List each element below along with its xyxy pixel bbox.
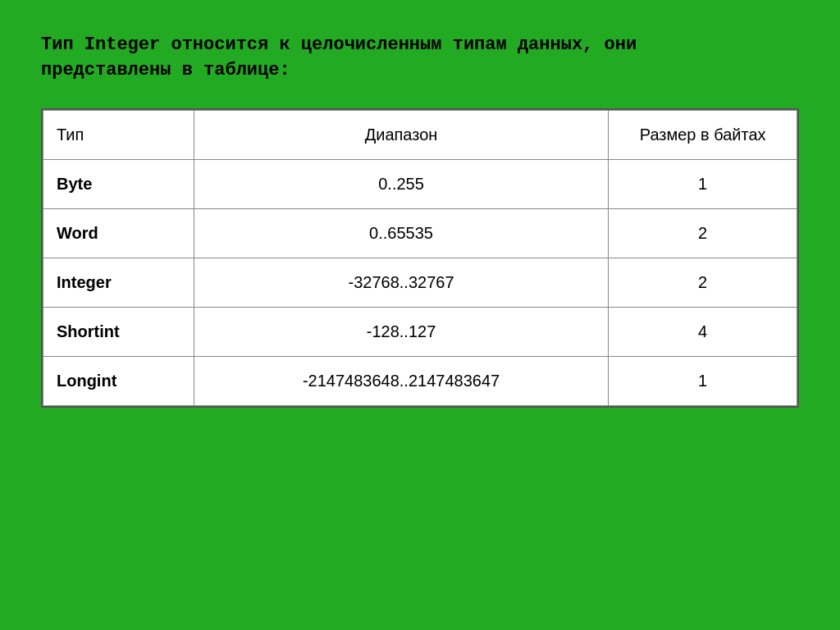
intro-line1: Тип Integer относится к целочисленным ти… [41, 34, 637, 55]
table-row: Word0..655352 [43, 208, 797, 258]
header-size: Размер в байтах [609, 110, 797, 159]
cell-size: 1 [609, 356, 797, 405]
cell-range: 0..255 [194, 159, 608, 208]
table-row: Integer-32768..327672 [43, 258, 797, 307]
header-range: Диапазон [194, 110, 608, 159]
intro-text: Тип Integer относится к целочисленным ти… [41, 33, 799, 84]
cell-size: 2 [609, 258, 797, 307]
table-body: Byte0..2551Word0..655352Integer-32768..3… [43, 159, 797, 405]
cell-type: Integer [43, 258, 194, 307]
data-table-wrapper: Тип Диапазон Размер в байтах Byte0..2551… [41, 108, 799, 408]
cell-range: -128..127 [194, 307, 608, 356]
table-row: Longint-2147483648..21474836471 [43, 356, 797, 405]
cell-range: -2147483648..2147483647 [194, 356, 608, 405]
cell-type: Word [43, 208, 194, 258]
cell-type: Shortint [43, 307, 194, 356]
cell-type: Byte [43, 159, 194, 208]
intro-line2: представлены в таблице: [41, 60, 290, 80]
header-type: Тип [43, 110, 194, 159]
table-row: Byte0..2551 [43, 159, 797, 208]
cell-type: Longint [43, 356, 194, 405]
data-table: Тип Диапазон Размер в байтах Byte0..2551… [43, 110, 797, 406]
cell-range: -32768..32767 [194, 258, 608, 307]
page-container: Тип Integer относится к целочисленным ти… [0, 0, 840, 630]
cell-size: 4 [609, 307, 797, 356]
table-row: Shortint-128..1274 [43, 307, 797, 356]
cell-size: 2 [609, 208, 797, 258]
table-header-row: Тип Диапазон Размер в байтах [43, 110, 797, 159]
cell-size: 1 [609, 159, 797, 208]
cell-range: 0..65535 [194, 208, 608, 258]
